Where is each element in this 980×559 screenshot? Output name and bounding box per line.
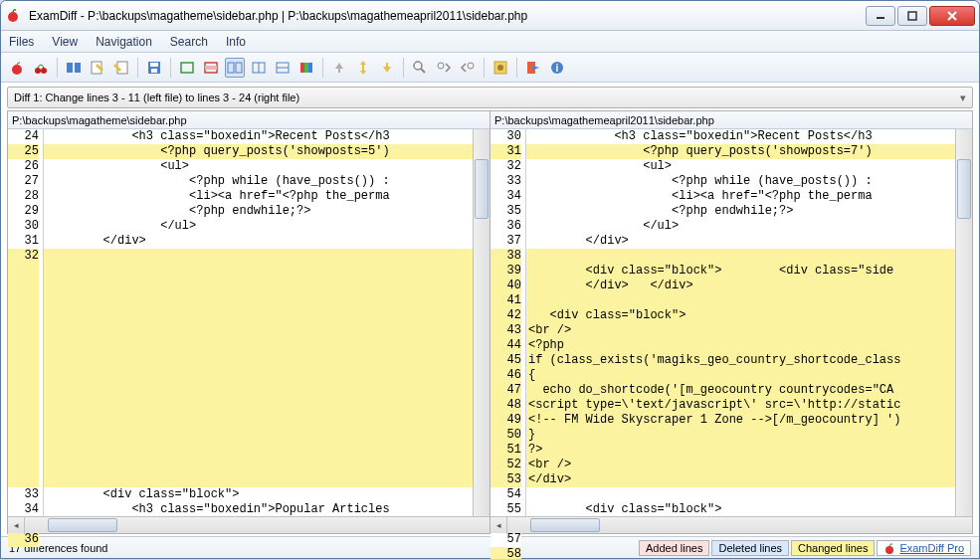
right-horizontal-scrollbar[interactable]: ◂ (490, 516, 972, 533)
svg-rect-13 (150, 63, 158, 67)
apple-icon[interactable] (7, 58, 27, 78)
code-line[interactable]: </ul> (526, 219, 955, 234)
compare-icon[interactable] (64, 58, 84, 78)
save-icon[interactable] (144, 58, 164, 78)
code-line[interactable]: <li><a href="<?php the_perma (44, 189, 473, 204)
code-line[interactable]: </div> (526, 472, 955, 487)
code-line[interactable]: if (class_exists('magiks_geo_country_sho… (526, 353, 955, 368)
code-line[interactable] (44, 472, 473, 487)
code-line[interactable] (44, 368, 473, 383)
code-line[interactable] (44, 293, 473, 308)
diff-summary-bar[interactable]: Diff 1: Change lines 3 - 11 (left file) … (7, 87, 973, 108)
scrollbar-thumb[interactable] (530, 518, 600, 532)
code-line[interactable] (526, 487, 955, 502)
maximize-button[interactable] (897, 6, 927, 26)
code-line[interactable] (44, 458, 473, 472)
brand-link[interactable]: ExamDiff Pro (877, 540, 971, 556)
code-line[interactable]: <?php endwhile;?> (526, 204, 955, 219)
menu-files[interactable]: Files (9, 35, 34, 49)
code-line[interactable] (44, 413, 473, 428)
scroll-left-icon[interactable]: ◂ (490, 517, 507, 534)
arrow-up-icon[interactable] (329, 58, 349, 78)
code-line[interactable] (44, 443, 473, 458)
menu-navigation[interactable]: Navigation (96, 35, 152, 49)
code-line[interactable]: <h3 class="boxedin">Recent Posts</h3 (526, 129, 955, 144)
chevron-down-icon[interactable]: ▾ (960, 92, 966, 104)
code-line[interactable] (44, 249, 473, 264)
scroll-left-icon[interactable]: ◂ (8, 517, 25, 534)
code-line[interactable] (526, 293, 955, 308)
info-icon[interactable]: i (547, 58, 567, 78)
scrollbar-thumb[interactable] (48, 518, 117, 532)
left-horizontal-scrollbar[interactable]: ◂ (8, 516, 490, 533)
view-single-icon[interactable] (177, 58, 197, 78)
code-line[interactable]: <?php query_posts('showposts=7') (526, 144, 955, 159)
code-line[interactable]: <!-- FM Wide Skyscraper 1 Zone -->[/m_ge… (526, 413, 955, 428)
code-line[interactable]: <br /> (526, 458, 955, 472)
arrow-down-icon[interactable] (377, 58, 397, 78)
code-line[interactable]: echo do_shortcode('[m_geocountry country… (526, 383, 955, 398)
code-line[interactable]: <div class="block"> <div class="side (526, 264, 955, 279)
edit-right-icon[interactable] (111, 58, 131, 78)
find-icon[interactable] (410, 58, 430, 78)
code-line[interactable]: } (526, 428, 955, 443)
code-line[interactable] (44, 398, 473, 413)
code-line[interactable]: ?> (526, 443, 955, 458)
code-line[interactable] (44, 279, 473, 293)
right-code[interactable]: <h3 class="boxedin">Recent Posts</h3 <?p… (526, 129, 955, 516)
code-line[interactable]: <div class="block"> (526, 502, 955, 516)
options-icon[interactable] (490, 58, 510, 78)
find-next-icon[interactable] (434, 58, 454, 78)
code-line[interactable]: <?php endwhile;?> (44, 204, 473, 219)
code-line[interactable] (44, 338, 473, 353)
code-line[interactable]: <h3 class="boxedin">Popular Articles (44, 502, 473, 516)
right-vertical-scrollbar[interactable] (955, 129, 972, 516)
code-line[interactable]: </ul> (44, 219, 473, 234)
code-line[interactable]: <h3 class="boxedin">Recent Posts</h3 (44, 129, 473, 144)
menu-search[interactable]: Search (170, 35, 208, 49)
code-line[interactable]: <?php (526, 338, 955, 353)
code-line[interactable]: <?php while (have_posts()) : (526, 174, 955, 189)
code-line[interactable]: <ul> (44, 159, 473, 174)
diff-summary-text: Diff 1: Change lines 3 - 11 (left file) … (14, 92, 960, 103)
brand-text: ExamDiff Pro (899, 542, 964, 554)
view-sidebyside-icon[interactable] (225, 58, 245, 78)
code-line[interactable]: </div> </div> (526, 279, 955, 293)
code-line[interactable]: </div> (44, 234, 473, 249)
view-vertical-icon[interactable] (249, 58, 269, 78)
find-prev-icon[interactable] (458, 58, 478, 78)
edit-left-icon[interactable] (88, 58, 107, 78)
scrollbar-thumb[interactable] (475, 159, 489, 219)
code-line[interactable] (44, 353, 473, 368)
cherry-icon[interactable] (31, 58, 51, 78)
left-vertical-scrollbar[interactable] (473, 129, 490, 516)
code-line[interactable]: <br /> (526, 323, 955, 338)
menu-info[interactable]: Info (226, 35, 246, 49)
code-line[interactable] (44, 428, 473, 443)
code-line[interactable]: <div class="block"> (526, 308, 955, 323)
left-code[interactable]: <h3 class="boxedin">Recent Posts</h3 <?p… (44, 129, 473, 516)
minimize-button[interactable] (866, 6, 895, 26)
scrollbar-thumb[interactable] (957, 159, 971, 219)
code-line[interactable] (44, 308, 473, 323)
menu-view[interactable]: View (52, 35, 78, 49)
code-line[interactable]: <ul> (526, 159, 955, 174)
exit-icon[interactable] (523, 58, 543, 78)
code-line[interactable]: <li><a href="<?php the_perma (526, 189, 955, 204)
code-line[interactable]: <div class="block"> (44, 487, 473, 502)
code-line[interactable]: <?php while (have_posts()) : (44, 174, 473, 189)
code-line[interactable] (44, 264, 473, 279)
code-line[interactable] (44, 323, 473, 338)
code-line[interactable]: <?php query_posts('showposts=5') (44, 144, 473, 159)
code-line[interactable]: <script type=\'text/javascript\' src=\'h… (526, 398, 955, 413)
arrow-updown-icon[interactable] (353, 58, 373, 78)
code-line[interactable] (526, 249, 955, 264)
code-line[interactable]: { (526, 368, 955, 383)
view-colors-icon[interactable] (296, 58, 316, 78)
view-changes-icon[interactable] (201, 58, 221, 78)
titlebar[interactable]: ExamDiff - P:\backups\magatheme\sidebar.… (1, 1, 979, 31)
view-horizontal-icon[interactable] (273, 58, 293, 78)
code-line[interactable]: </div> (526, 234, 955, 249)
close-button[interactable] (929, 6, 975, 26)
code-line[interactable] (44, 383, 473, 398)
